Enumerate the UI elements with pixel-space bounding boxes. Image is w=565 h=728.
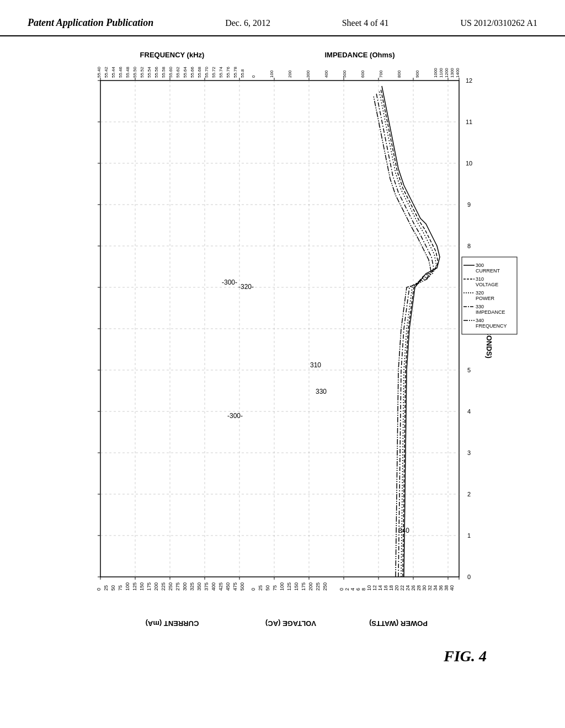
- current-tick-500: 500: [239, 582, 245, 591]
- imp-tick-0: 0: [251, 75, 256, 78]
- imp-tick-1400: 1400: [455, 68, 460, 78]
- current-tick-450: 450: [225, 582, 231, 591]
- current-tick-0: 0: [96, 588, 102, 591]
- time-tick-1: 1: [467, 532, 471, 539]
- freq-tick-5562: 55.62: [175, 66, 180, 78]
- freq-tick-5574: 55.74: [218, 66, 223, 78]
- current-curve-300: [382, 86, 440, 577]
- curve-label-330: 330: [316, 388, 327, 395]
- imp-tick-200: 200: [287, 70, 292, 78]
- impedance-axis-label: IMPEDANCE (Ohms): [324, 51, 395, 59]
- power-tick-0: 0: [339, 588, 344, 591]
- freq-tick-5542: 55.42: [104, 66, 109, 78]
- legend-330: 330: [476, 304, 484, 309]
- imp-tick-1000: 1000: [433, 68, 438, 78]
- time-tick-4: 4: [467, 408, 471, 415]
- imp-tick-300: 300: [306, 70, 311, 78]
- current-tick-350: 350: [196, 582, 202, 591]
- voltage-tick-50: 50: [265, 585, 270, 591]
- current-tick-275: 275: [175, 582, 180, 591]
- voltage-tick-225: 225: [315, 582, 321, 591]
- patent-title: Patent Application Publication: [28, 17, 153, 29]
- freq-tick-5546: 55.46: [118, 66, 123, 78]
- freq-tick-5566: 55.66: [190, 66, 195, 78]
- imp-tick-600: 600: [360, 70, 365, 78]
- voltage-tick-125: 125: [286, 582, 292, 591]
- power-tick-10: 10: [366, 585, 372, 591]
- legend-power: POWER: [476, 296, 495, 301]
- power-tick-34: 34: [433, 585, 438, 591]
- legend-frequency: FREQUENCY: [476, 323, 507, 329]
- power-tick-8: 8: [361, 588, 366, 591]
- voltage-tick-0: 0: [250, 588, 256, 591]
- power-tick-4: 4: [350, 588, 355, 591]
- legend-340: 340: [476, 318, 484, 323]
- voltage-tick-25: 25: [258, 585, 263, 591]
- legend-current: CURRENT: [476, 268, 500, 274]
- power-tick-2: 2: [344, 588, 350, 591]
- power-tick-12: 12: [372, 585, 377, 591]
- frequency-axis-label: FREQUENCY (kHz): [140, 51, 205, 59]
- time-tick-8: 8: [467, 243, 471, 249]
- voltage-tick-100: 100: [279, 582, 285, 591]
- power-tick-28: 28: [416, 585, 422, 591]
- current-tick-250: 250: [168, 582, 173, 591]
- current-tick-50: 50: [110, 585, 116, 591]
- power-tick-20: 20: [394, 585, 399, 591]
- power-tick-40: 40: [449, 585, 455, 591]
- legend-impedance: IMPEDANCE: [476, 309, 505, 315]
- current-tick-175: 175: [146, 582, 152, 591]
- curve-label-300: -300-: [222, 279, 237, 286]
- time-tick-2: 2: [467, 491, 471, 497]
- curve-label-340: 340: [398, 527, 409, 534]
- current-tick-200: 200: [153, 582, 159, 591]
- freq-tick-5550: 55.50: [132, 66, 137, 78]
- imp-tick-1200: 1200: [444, 68, 449, 78]
- power-tick-24: 24: [405, 585, 411, 591]
- power-tick-30: 30: [422, 585, 427, 591]
- imp-tick-100: 100: [269, 70, 274, 78]
- patent-number: US 2012/0310262 A1: [460, 17, 537, 30]
- power-axis-label: POWER (WATTS): [369, 619, 428, 628]
- publication-date: Dec. 6, 2012: [225, 17, 270, 30]
- imp-tick-700: 700: [379, 70, 383, 78]
- current-tick-75: 75: [118, 585, 123, 591]
- voltage-axis-label: VOLTAGE (AC): [265, 619, 316, 628]
- power-tick-18: 18: [388, 585, 394, 591]
- current-tick-150: 150: [139, 582, 145, 591]
- freq-tick-5540: 55.40: [97, 66, 102, 78]
- figure-label: FIG. 4: [444, 647, 487, 665]
- power-tick-22: 22: [399, 585, 405, 591]
- voltage-tick-75: 75: [272, 585, 278, 591]
- power-tick-16: 16: [383, 585, 388, 591]
- current-tick-475: 475: [232, 582, 238, 591]
- freq-tick-5548: 55.48: [125, 66, 130, 78]
- current-tick-225: 225: [161, 582, 166, 591]
- freq-tick-5576: 55.76: [226, 66, 231, 78]
- power-tick-14: 14: [377, 585, 383, 591]
- time-tick-10: 10: [466, 160, 472, 167]
- curve-label-320: -320-: [238, 283, 254, 291]
- current-tick-425: 425: [218, 582, 223, 591]
- power-tick-36: 36: [438, 585, 444, 591]
- sheet-info: Sheet 4 of 41: [342, 17, 389, 30]
- imp-tick-900: 900: [415, 70, 420, 78]
- time-tick-12: 12: [466, 77, 472, 84]
- time-tick-11: 11: [466, 119, 472, 125]
- main-content: 0 1 2 3 4 5 6 7 8 9 10 11 12 TIME (SECON…: [0, 36, 565, 715]
- freq-tick-5544: 55.44: [111, 66, 116, 78]
- legend-320: 320: [476, 290, 484, 296]
- power-tick-38: 38: [444, 585, 449, 591]
- legend-voltage: VOLTAGE: [476, 282, 498, 287]
- freq-tick-5578: 55.78: [233, 66, 238, 78]
- curve-label-300b: -300-: [227, 412, 243, 420]
- current-tick-25: 25: [103, 585, 109, 591]
- freq-tick-5556: 55.56: [154, 66, 159, 78]
- legend-300: 300: [476, 263, 484, 268]
- current-tick-325: 325: [189, 582, 195, 591]
- current-tick-375: 375: [204, 582, 209, 591]
- chart-container: 0 1 2 3 4 5 6 7 8 9 10 11 12 TIME (SECON…: [45, 47, 520, 682]
- current-tick-125: 125: [132, 582, 137, 591]
- page-header: Patent Application Publication Dec. 6, 2…: [0, 0, 565, 36]
- current-tick-400: 400: [211, 582, 216, 591]
